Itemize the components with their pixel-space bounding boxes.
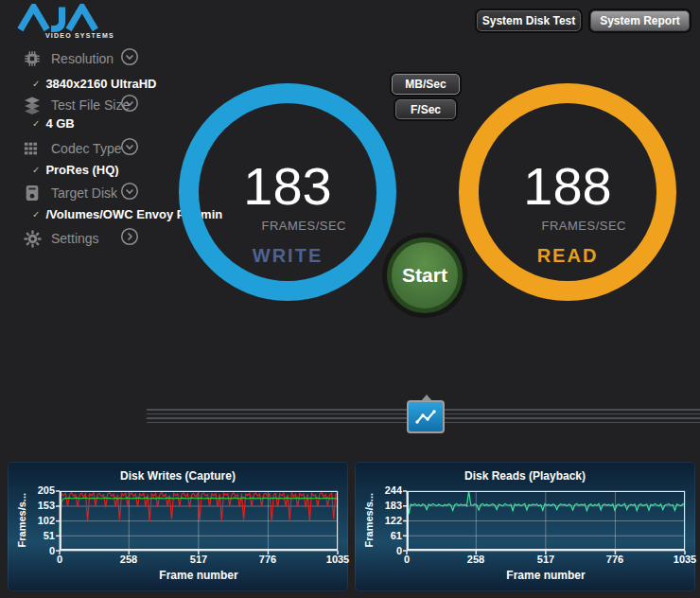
sidebar-item-label: Codec Type	[51, 141, 121, 156]
system-report-button[interactable]: System Report	[590, 10, 690, 31]
disk-reads-chart-panel: Disk Reads (Playback) Frames/s... 244 18…	[355, 462, 695, 591]
write-gauge: 183 FRAMES/SEC WRITE	[179, 83, 396, 301]
check-icon: ✓	[32, 209, 40, 220]
y-tick: 183	[374, 500, 402, 511]
codec-type-value[interactable]: ✓ ProRes (HQ)	[32, 162, 119, 177]
layers-icon	[23, 96, 42, 114]
y-tick: 102	[26, 515, 55, 526]
check-icon: ✓	[32, 79, 40, 89]
chevron-down-icon[interactable]	[120, 182, 139, 201]
x-tick: 258	[467, 554, 484, 565]
resolution-value[interactable]: ✓ 3840x2160 UltraHD	[32, 76, 156, 91]
disk-writes-plot	[60, 491, 338, 551]
start-button-label: Start	[402, 264, 447, 287]
test-file-size-value[interactable]: ✓ 4 GB	[32, 115, 75, 131]
sidebar-item-resolution[interactable]: Resolution	[23, 47, 114, 70]
start-button[interactable]: Start	[387, 237, 463, 313]
triangle-up-icon	[421, 395, 432, 401]
disk-writes-chart-panel: Disk Writes (Capture) Frames/s... 205 15…	[8, 462, 348, 591]
system-disk-test-button[interactable]: System Disk Test	[477, 10, 581, 31]
sidebar-item-label: Resolution	[51, 51, 114, 66]
y-tick: 0	[374, 545, 402, 556]
cpu-icon	[23, 49, 42, 68]
f-per-sec-button[interactable]: F/Sec	[395, 99, 456, 119]
x-tick: 517	[537, 554, 554, 565]
chart-panel-toggle-button[interactable]	[407, 400, 445, 433]
x-tick: 776	[606, 554, 623, 565]
chart-title: Disk Writes (Capture)	[9, 469, 347, 483]
x-axis-label: Frame number	[60, 569, 338, 582]
chevron-down-icon[interactable]	[120, 47, 139, 66]
y-tick: 61	[374, 530, 402, 541]
x-tick: 1035	[674, 554, 696, 565]
write-value: 183	[199, 160, 376, 213]
grid-icon	[23, 139, 42, 158]
sidebar-item-target-disk[interactable]: Target Disk	[23, 182, 117, 204]
x-tick: 776	[259, 554, 276, 565]
y-tick: 0	[26, 545, 55, 556]
sidebar-item-label: Test File Size	[51, 97, 130, 113]
y-tick: 51	[26, 530, 55, 541]
y-tick: 122	[374, 515, 402, 526]
check-icon: ✓	[32, 165, 40, 175]
read-label: READ	[479, 245, 656, 267]
line-chart-icon	[414, 408, 437, 427]
disk-icon	[23, 184, 42, 202]
x-tick: 1035	[326, 554, 349, 565]
read-gauge: 188 FRAMES/SEC READ	[459, 83, 676, 301]
sidebar-item-settings[interactable]: Settings	[23, 227, 99, 250]
sidebar-item-test-file-size[interactable]: Test File Size	[23, 94, 130, 116]
y-tick: 153	[26, 500, 55, 511]
chevron-down-icon[interactable]	[120, 137, 139, 156]
sidebar-item-codec-type[interactable]: Codec Type	[23, 137, 121, 160]
x-tick: 258	[120, 554, 137, 565]
disk-reads-plot	[407, 491, 685, 551]
x-tick: 0	[57, 554, 62, 565]
y-tick: 205	[26, 484, 55, 496]
mb-per-sec-button[interactable]: MB/Sec	[392, 74, 460, 95]
sidebar-item-label: Settings	[51, 231, 99, 246]
aja-system-test-window: VIDEO SYSTEMS System Disk Test System Re…	[0, 0, 700, 598]
write-unit: FRAMES/SEC	[214, 219, 346, 233]
read-unit: FRAMES/SEC	[494, 219, 626, 233]
gear-icon	[23, 229, 42, 248]
x-tick: 0	[404, 554, 410, 565]
check-icon: ✓	[32, 118, 40, 129]
chart-title: Disk Reads (Playback)	[356, 469, 694, 483]
chevron-right-icon[interactable]	[120, 227, 139, 246]
write-label: WRITE	[199, 245, 376, 267]
aja-logo-mark	[13, 4, 104, 32]
aja-logo: VIDEO SYSTEMS	[13, 4, 127, 39]
x-axis-label: Frame number	[407, 569, 685, 582]
x-tick: 517	[190, 554, 207, 565]
logo-subtitle: VIDEO SYSTEMS	[45, 32, 127, 39]
y-tick: 244	[374, 484, 402, 496]
chevron-down-icon[interactable]	[120, 94, 139, 113]
read-value: 188	[479, 160, 656, 213]
sidebar-item-label: Target Disk	[51, 185, 117, 201]
